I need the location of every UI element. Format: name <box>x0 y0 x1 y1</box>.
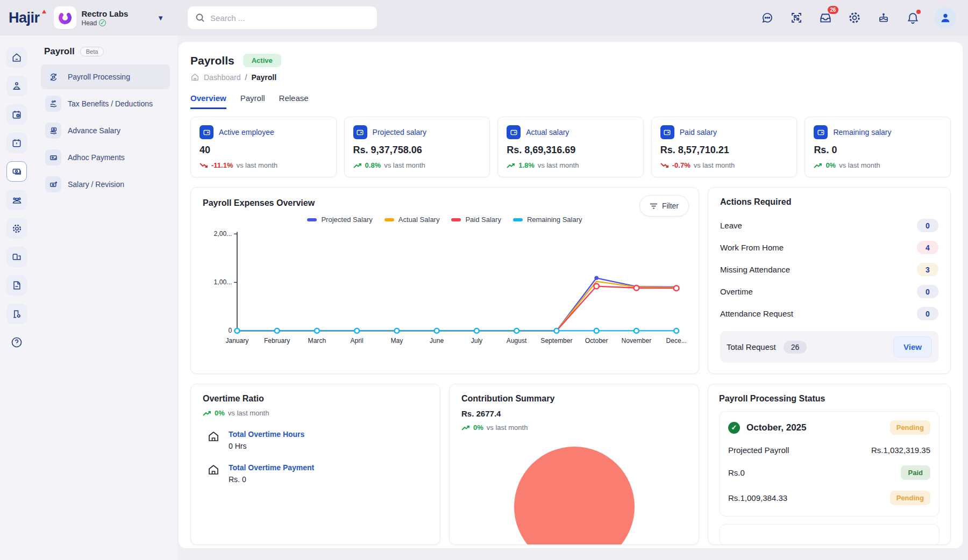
stat-delta-suffix: vs last month <box>236 161 277 169</box>
wallet-icon <box>353 125 367 139</box>
chart-title: Payroll Expenses Overview <box>203 198 687 208</box>
svg-text:July: July <box>471 337 482 344</box>
breadcrumb-dashboard[interactable]: Dashboard <box>204 73 241 82</box>
gear-icon[interactable] <box>6 218 27 239</box>
overtime-payment-item: Total Overtime PaymentRs. 0 <box>203 463 428 484</box>
attendance-calendar-icon[interactable] <box>6 104 27 125</box>
stat-card-remaining-salary: Remaining salary Rs. 0 0%vs last month <box>805 117 951 177</box>
projected-payroll-value: Rs.1,032,319.35 <box>871 446 930 455</box>
stat-delta-pct: 0.8% <box>365 161 381 169</box>
exit-settings-icon[interactable] <box>6 304 27 324</box>
help-icon[interactable] <box>6 332 27 353</box>
month-status-badge: Pending <box>890 420 930 435</box>
action-count-badge: 3 <box>917 263 938 276</box>
action-label: Leave <box>720 221 742 230</box>
document-icon[interactable] <box>6 275 27 296</box>
svg-text:0: 0 <box>228 327 232 334</box>
action-label: Missing Attendance <box>720 265 790 274</box>
team-icon[interactable] <box>6 190 27 210</box>
inbox-icon[interactable]: 26 <box>818 11 832 25</box>
breadcrumb: Dashboard / Payroll <box>190 73 951 82</box>
stat-label: Projected salary <box>373 128 426 137</box>
trend-down-icon <box>200 162 208 169</box>
overtime-payment-label[interactable]: Total Overtime Payment <box>229 463 314 472</box>
tax-benefits-icon <box>45 96 61 112</box>
legend-label: Projected Salary <box>321 216 372 224</box>
paid-amount: Rs.0 <box>728 468 745 477</box>
verified-icon: ✓ <box>99 19 106 26</box>
svg-text:January: January <box>225 337 248 344</box>
chart-legend: Projected SalaryActual SalaryPaid Salary… <box>203 216 687 224</box>
sidebar: Payroll Beta Payroll Processing Tax Bene… <box>33 35 177 560</box>
payroll-icon[interactable] <box>6 161 27 182</box>
home-icon[interactable] <box>6 47 27 68</box>
leave-calendar-icon[interactable] <box>6 133 27 153</box>
sidebar-item-tax-benefits[interactable]: Tax Benefits / Deductions <box>41 91 170 116</box>
stat-delta-pct: -11.1% <box>211 161 233 169</box>
overtime-delta: 0% <box>215 409 225 417</box>
chat-icon[interactable] <box>760 11 774 25</box>
action-row-attendance-request[interactable]: Attendance Request0 <box>720 303 938 325</box>
legend-label: Paid Salary <box>465 216 501 224</box>
legend-item[interactable]: Projected Salary <box>307 216 372 224</box>
tab-bar: Overview Payroll Release <box>190 94 951 109</box>
tab-payroll[interactable]: Payroll <box>240 94 265 109</box>
wallet-icon <box>200 125 213 139</box>
qr-scan-icon[interactable] <box>789 11 803 25</box>
contribution-title: Contribution Summary <box>461 394 687 404</box>
action-count-badge: 0 <box>917 285 938 298</box>
payroll-expenses-chart: 01,00...2,00...JanuaryFebruaryMarchApril… <box>203 226 687 348</box>
app-logo: Hajir <box>9 10 40 26</box>
action-row-wfh[interactable]: Work From Home4 <box>720 236 938 259</box>
action-row-overtime[interactable]: Overtime0 <box>720 281 938 303</box>
overtime-hours-label[interactable]: Total Overtime Hours <box>229 430 304 439</box>
search-bar[interactable] <box>188 6 377 29</box>
beta-badge: Beta <box>80 47 104 56</box>
svg-text:April: April <box>351 337 364 344</box>
sidebar-item-label: Salary / Revision <box>68 180 124 189</box>
projected-payroll-label: Projected Payroll <box>728 446 789 455</box>
settings-icon[interactable] <box>848 11 862 25</box>
search-input[interactable] <box>210 13 369 23</box>
wallet-icon <box>814 125 828 139</box>
tab-release[interactable]: Release <box>279 94 309 109</box>
action-count-badge: 0 <box>917 307 938 320</box>
action-label: Overtime <box>720 287 753 296</box>
stat-cards: Active employee 40 -11.1%vs last month P… <box>190 117 951 177</box>
action-label: Work From Home <box>720 243 784 252</box>
trend-down-icon <box>660 162 669 169</box>
user-avatar[interactable] <box>935 7 956 28</box>
tab-overview[interactable]: Overview <box>190 94 226 109</box>
chevron-down-icon[interactable]: ▼ <box>157 14 164 22</box>
employee-icon[interactable] <box>6 76 27 96</box>
celebration-icon[interactable] <box>877 11 891 25</box>
company-selector[interactable]: Rectro Labs Head✓ ▼ <box>54 6 165 29</box>
stat-value: 40 <box>200 145 328 156</box>
stat-value: Rs. 8,69,316.69 <box>507 145 635 156</box>
view-button[interactable]: View <box>893 336 932 357</box>
salary-revision-icon <box>45 176 61 192</box>
sidebar-item-salary-revision[interactable]: Salary / Revision <box>41 172 170 197</box>
action-row-leave[interactable]: Leave0 <box>720 214 938 236</box>
sidebar-item-adhoc-payments[interactable]: Adhoc Payments <box>41 145 170 170</box>
sidebar-title: Payroll <box>44 46 75 57</box>
legend-item[interactable]: Paid Salary <box>451 216 501 224</box>
overtime-ratio-card: Overtime Ratio 0%vs last month Total Ove… <box>190 384 440 545</box>
svg-text:May: May <box>390 337 403 344</box>
legend-label: Actual Salary <box>398 216 440 224</box>
legend-swatch <box>385 218 394 221</box>
home-icon <box>190 73 200 82</box>
company-role: Head <box>82 19 97 27</box>
devices-icon[interactable] <box>6 247 27 267</box>
notifications-icon[interactable] <box>906 11 920 25</box>
action-row-missing-attendance[interactable]: Missing Attendance3 <box>720 259 938 281</box>
wallet-icon <box>507 125 521 139</box>
legend-item[interactable]: Remaining Salary <box>513 216 582 224</box>
company-name: Rectro Labs <box>82 9 129 18</box>
adhoc-payments-icon <box>45 149 61 166</box>
legend-item[interactable]: Actual Salary <box>385 216 440 224</box>
filter-button[interactable]: Filter <box>639 195 689 217</box>
sidebar-item-payroll-processing[interactable]: Payroll Processing <box>41 64 170 89</box>
sidebar-item-advance-salary[interactable]: Advance Salary <box>41 118 170 143</box>
stat-delta-pct: 0% <box>825 161 836 169</box>
